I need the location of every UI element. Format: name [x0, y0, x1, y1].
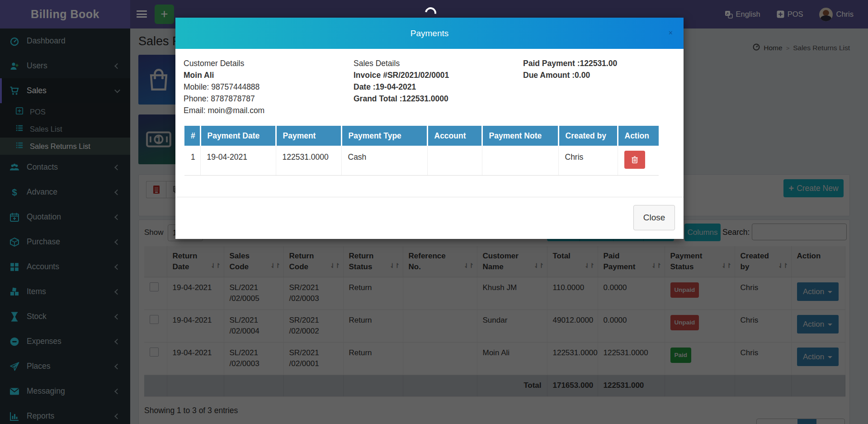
- sales-details-heading: Sales Details: [354, 57, 449, 69]
- customer-mobile: Mobile: 98757444888: [184, 81, 264, 93]
- modal-close-icon[interactable]: ×: [669, 29, 673, 37]
- modal-title: Payments: [175, 18, 684, 49]
- payments-modal: Payments × Customer Details Moin Ali Mob…: [175, 18, 684, 239]
- customer-email: Email: moin@mail.com: [184, 105, 264, 116]
- paid-payment: Paid Payment :122531.00: [523, 57, 617, 69]
- payments-column-header-account: Account: [427, 126, 482, 146]
- modal-footer: Close: [175, 197, 684, 239]
- payments-column-header-created-by: Created by: [558, 126, 618, 146]
- payments-table: #Payment DatePaymentPayment TypeAccountP…: [184, 126, 659, 176]
- sales-details: Sales Details Invoice #SR/2021/02/0001 D…: [354, 57, 449, 105]
- payments-column-header-action: Action: [618, 126, 659, 146]
- modal-close-button[interactable]: Close: [633, 205, 675, 230]
- sales-date: Date :19-04-2021: [354, 81, 449, 93]
- payment-summary: Paid Payment :122531.00 Due Amount :0.00: [523, 57, 617, 81]
- invoice-number: Invoice #SR/2021/02/0001: [354, 69, 449, 81]
- customer-name: Moin Ali: [184, 69, 264, 81]
- customer-details: Customer Details Moin Ali Mobile: 987574…: [184, 57, 264, 116]
- payments-column-header-payment-date: Payment Date: [200, 126, 276, 146]
- payments-column-header-payment-type: Payment Type: [341, 126, 427, 146]
- payments-column-header-payment: Payment: [276, 126, 341, 146]
- modal-header: Payments ×: [175, 18, 684, 49]
- payments-table-row: 119-04-2021122531.0000CashChris: [184, 146, 659, 175]
- delete-payment-button[interactable]: [624, 151, 645, 169]
- grand-total: Grand Total :122531.0000: [354, 93, 449, 105]
- customer-phone: Phone: 8787878787: [184, 93, 264, 105]
- due-amount: Due Amount :0.00: [523, 69, 617, 81]
- customer-details-heading: Customer Details: [184, 57, 264, 69]
- payments-column-header-payment-note: Payment Note: [482, 126, 558, 146]
- payments-column-header-num: #: [184, 126, 200, 146]
